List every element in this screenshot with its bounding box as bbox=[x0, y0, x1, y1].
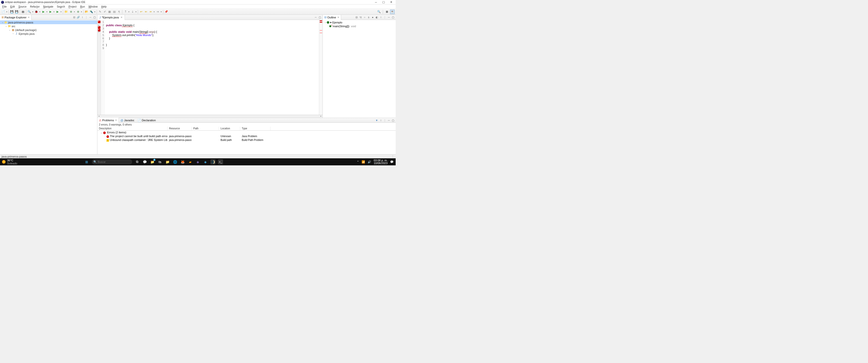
new-class-button[interactable]: ⊕ bbox=[76, 9, 80, 14]
files-button[interactable]: 📁 bbox=[165, 159, 170, 164]
tree-java-file[interactable]: › J Ejemplo.java bbox=[0, 32, 97, 36]
expand-arrow-icon[interactable]: ⌄ bbox=[100, 132, 102, 134]
menu-navigate[interactable]: Navigate bbox=[41, 5, 55, 8]
sublime-button[interactable]: ▰ bbox=[188, 159, 193, 164]
new-button[interactable]: 📄 bbox=[1, 9, 5, 14]
error-marker-icon[interactable] bbox=[98, 21, 100, 23]
outline-tree[interactable]: ⌄ ▸ Ejemplo s main(String[]) : void bbox=[323, 20, 396, 118]
sort-icon[interactable]: ⊟ bbox=[355, 15, 358, 19]
az-sort-icon[interactable]: ᵃz bbox=[359, 15, 362, 19]
save-all-button[interactable]: 💾 bbox=[14, 9, 19, 14]
eclipse-button[interactable]: 🌒 bbox=[211, 159, 216, 164]
search-button[interactable]: 🔦 bbox=[89, 9, 94, 14]
col-path[interactable]: Path bbox=[192, 127, 219, 130]
new-java-project-button[interactable]: 📁 bbox=[64, 9, 68, 14]
maximize-button[interactable]: ▢ bbox=[382, 1, 385, 4]
debug-button[interactable]: 🐞 bbox=[34, 9, 39, 14]
problems-tab[interactable]: ⚠ Problems ✕ bbox=[97, 118, 119, 123]
explorer-button[interactable]: 📁1 bbox=[150, 159, 155, 164]
weather-widget[interactable]: 36°C Soleado bbox=[2, 159, 17, 165]
editor-tab[interactable]: J *Ejemplo.java ✕ bbox=[97, 15, 125, 20]
search-icon[interactable]: 🔍 bbox=[377, 9, 381, 14]
maximize-view-icon[interactable]: ▢ bbox=[93, 15, 96, 19]
maximize-view-icon[interactable]: ▢ bbox=[318, 15, 321, 19]
col-type[interactable]: Type bbox=[240, 127, 271, 130]
annotation-prev-button[interactable]: ⤒ bbox=[123, 9, 128, 14]
expand-arrow-icon[interactable]: ⌄ bbox=[4, 25, 7, 27]
declaration-tab[interactable]: 📄 Declaration bbox=[136, 118, 157, 123]
java-perspective-button[interactable]: ☕ bbox=[390, 9, 395, 14]
view-menu-icon[interactable]: ⋮ bbox=[383, 15, 386, 19]
hide-local-icon[interactable]: ◐ bbox=[375, 15, 378, 19]
run-button[interactable]: ▶ bbox=[41, 9, 46, 14]
menu-source[interactable]: Source bbox=[17, 5, 28, 8]
tree-default-package[interactable]: ⌄ ▦ (default package) bbox=[0, 28, 97, 32]
scroll-right-icon[interactable]: ▸ bbox=[319, 115, 322, 118]
minimize-button[interactable]: ─ bbox=[374, 1, 377, 4]
menu-window[interactable]: Window bbox=[87, 5, 99, 8]
tree-project[interactable]: ⌄ 📁 java-primeros-pasos bbox=[0, 21, 97, 24]
collapse-all-icon[interactable]: ⊟ bbox=[72, 15, 76, 19]
skip-breakpoints-button[interactable]: 🔍 bbox=[27, 9, 32, 14]
minimize-view-icon[interactable]: ─ bbox=[387, 119, 391, 122]
pin-button[interactable]: 📌 bbox=[164, 9, 168, 14]
close-icon[interactable]: ✕ bbox=[337, 16, 339, 19]
link-editor-icon[interactable]: 🔗 bbox=[76, 15, 80, 19]
close-button[interactable]: ✕ bbox=[390, 1, 393, 4]
menu-run[interactable]: Run bbox=[78, 5, 87, 8]
notifications-icon[interactable]: 💬 bbox=[390, 160, 394, 164]
problems-table[interactable]: Description Resource Path Location Type … bbox=[97, 127, 396, 154]
menu-edit[interactable]: Edit bbox=[8, 5, 17, 8]
terminal-button[interactable]: >_ bbox=[218, 159, 223, 164]
task-view-button[interactable]: ⧉ bbox=[135, 159, 140, 164]
scroll-left-icon[interactable]: ◂ bbox=[97, 115, 100, 118]
annotation-next-button[interactable]: ⤓ bbox=[130, 9, 135, 14]
code-editor[interactable]: 1 2 3 4 5 6 7 8 9 public class Ejemplo {… bbox=[97, 20, 322, 115]
taskbar-search[interactable]: 🔍 bbox=[92, 159, 132, 164]
chrome-button[interactable]: 🌐 bbox=[173, 159, 178, 164]
show-whitespace-button[interactable]: ▦ bbox=[107, 9, 112, 14]
minimize-view-icon[interactable]: ─ bbox=[387, 15, 391, 19]
close-icon[interactable]: ✕ bbox=[121, 16, 123, 19]
tree-src[interactable]: ⌄ 📁 src bbox=[0, 24, 97, 28]
outline-tab[interactable]: ⊟ Outline ✕ bbox=[323, 15, 341, 20]
col-description[interactable]: Description bbox=[97, 127, 167, 130]
menu-search[interactable]: Search bbox=[55, 5, 67, 8]
hide-nonpublic-icon[interactable]: ● bbox=[371, 15, 374, 19]
menu-file[interactable]: File bbox=[0, 5, 8, 8]
toggle-breadcrumb-button[interactable]: ▤ bbox=[21, 9, 25, 14]
overview-marker[interactable] bbox=[320, 33, 322, 33]
taskbar-clock[interactable]: 03:08 p. m. 10/06/2023 bbox=[374, 159, 388, 165]
wifi-icon[interactable]: 📶 bbox=[362, 160, 365, 164]
paragraph-button[interactable]: ¶ bbox=[117, 9, 121, 14]
outline-class[interactable]: ⌄ ▸ Ejemplo bbox=[323, 21, 396, 24]
errors-group[interactable]: ⌄ × Errors (2 items) bbox=[97, 131, 396, 134]
menu-refactor[interactable]: Refactor bbox=[28, 5, 41, 8]
store-button[interactable]: 🛍 bbox=[157, 159, 162, 164]
hide-fields-icon[interactable]: ○ bbox=[363, 15, 366, 19]
close-icon[interactable]: ✕ bbox=[28, 16, 30, 19]
toggle-word-wrap-button[interactable]: ▤ bbox=[112, 9, 117, 14]
coverage-button[interactable]: ▶ bbox=[48, 9, 53, 14]
editor-scrollbar[interactable]: ◂ ▸ bbox=[97, 115, 322, 118]
overview-marker[interactable] bbox=[320, 30, 322, 31]
back-button[interactable]: ⇐ bbox=[148, 9, 153, 14]
maximize-view-icon[interactable]: ▢ bbox=[391, 119, 395, 122]
forward-button[interactable]: ⇒ bbox=[155, 9, 160, 14]
hide-static-icon[interactable]: s bbox=[367, 15, 370, 19]
overview-error-marker[interactable] bbox=[320, 22, 322, 23]
back-history-button[interactable]: ⇐ bbox=[144, 9, 148, 14]
table-row[interactable]: ×The project cannot be built until build… bbox=[97, 134, 396, 138]
open-type-button[interactable]: 📂 bbox=[84, 9, 89, 14]
col-resource[interactable]: Resource bbox=[167, 127, 192, 130]
overview-error-marker[interactable] bbox=[320, 21, 322, 21]
chat-button[interactable]: 💬 bbox=[142, 159, 147, 164]
view-menu-icon[interactable]: ⋮ bbox=[383, 119, 386, 122]
expand-arrow-icon[interactable]: ⌄ bbox=[1, 21, 4, 24]
open-perspective-button[interactable]: ⊞ bbox=[384, 9, 389, 14]
maximize-view-icon[interactable]: ▢ bbox=[391, 15, 395, 19]
visualstudio-button[interactable]: ◈ bbox=[195, 159, 200, 164]
focus-icon[interactable]: ⁞ bbox=[379, 15, 382, 19]
run-last-button[interactable]: ▶ bbox=[55, 9, 60, 14]
last-edit-button[interactable]: ↩ bbox=[139, 9, 143, 14]
